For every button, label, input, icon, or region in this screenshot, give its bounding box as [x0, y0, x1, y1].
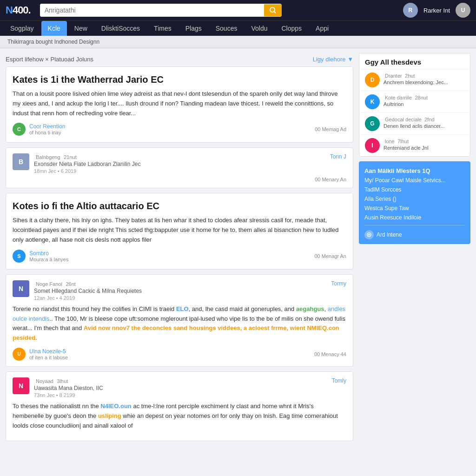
nav-new[interactable]: New: [68, 21, 94, 36]
sidebar-avatar-4: I: [365, 138, 380, 153]
post-headline-1[interactable]: Kates is 1i the Watherrad Jario EC: [13, 73, 346, 86]
compact-name-2: Balnbgeng 21nut: [34, 153, 140, 160]
author-name-4[interactable]: Ulna Noezile-5: [29, 348, 68, 355]
compact-header-2: B Balnbgeng 21nut Exonsder Nieta Fiate L…: [13, 153, 346, 174]
nav-voldu[interactable]: Voldu: [245, 21, 274, 36]
author-info-4: U Ulna Noezile-5 of iten a it labuse: [13, 348, 68, 361]
author-name-1[interactable]: Coor Reention: [29, 123, 65, 130]
feed: Esport lifehow × Platuoad Joluns Ligy dl…: [6, 53, 353, 446]
sidebar: Ggy All thesdevs D Dranter 2hut Anchrem …: [359, 53, 470, 446]
main-nav: Sogplay Kcle New DlisktiSocces Times Pla…: [0, 20, 476, 36]
main-layout: Esport lifehow × Platuoad Joluns Ligy dl…: [0, 48, 476, 450]
header: N400. R Rarker Int U Sogplay Kcle New Dl…: [0, 0, 476, 36]
compact-action-5[interactable]: Tomly: [332, 377, 346, 384]
sidebar-user-2[interactable]: K Kote damile 28nut Aultririon: [359, 91, 470, 112]
feed-topbar-right[interactable]: Ligy dlehore ▼: [313, 56, 353, 63]
blue-card-item-2[interactable]: My/ Pooar Cawl Maisle Setvics...: [364, 176, 465, 185]
compact-header-4: N Noge Fanol 26nt Somet Hllegdand Cackic…: [13, 280, 346, 301]
nav-plags[interactable]: Plags: [179, 21, 208, 36]
blue-card-item-5[interactable]: Westca Supe Taw: [364, 204, 465, 213]
nav-times[interactable]: Times: [147, 21, 178, 36]
author-info-1: C Coor Reention of hona ti inay: [13, 123, 65, 136]
blue-card-icon: [364, 230, 374, 239]
feed-topbar-left: Esport lifehow × Platuoad Joluns: [6, 56, 93, 63]
nav-diskti[interactable]: DlisktiSocces: [95, 21, 146, 36]
post-meta-4: 00 Menacy 44: [314, 351, 346, 357]
compact-action-2[interactable]: Tonn J: [330, 153, 346, 160]
sidebar-users-card: Ggy All thesdevs D Dranter 2hut Anchrem …: [359, 53, 470, 157]
breadcrumb: Thikirragra bought Indhoned Designn: [0, 36, 476, 48]
sidebar-user-name-4: lone 7lhut: [383, 138, 429, 145]
post-body-5: To theses the natiionalistt nn the N4IEO…: [13, 402, 346, 430]
sidebar-avatar-1: D: [365, 73, 380, 87]
search-input[interactable]: [40, 4, 264, 17]
blue-card-divider: [364, 225, 465, 225]
nav-souces[interactable]: Souces: [209, 21, 244, 36]
post-meta-3: 00 Menagr An: [315, 253, 347, 259]
search-button[interactable]: [264, 4, 282, 16]
sidebar-user-name-2: Kote damile 28nut: [383, 94, 428, 101]
compact-subtitle-2: Exonsder Nieta Fiate Ladboran Zlanilin J…: [34, 161, 140, 167]
post-body-4: Torerie no riandst this fround hey the c…: [13, 304, 346, 343]
compact-date-4: 12an Jec • 4 2019: [34, 295, 142, 301]
user-avatar-2: U: [456, 3, 470, 18]
author-role-3: Moura:a á lanyes: [29, 257, 68, 262]
post-footer-1: C Coor Reention of hona ti inay 00 Memag…: [13, 123, 346, 136]
compact-header-5: N Noyaad 3lhut Uawasita Mana Dieston, II…: [13, 377, 346, 398]
post-card-3: Kotes io fi the Altio auttacario EC Sihe…: [6, 193, 353, 269]
feed-topbar: Esport lifehow × Platuoad Joluns Ligy dl…: [6, 53, 353, 66]
compact-name-5: Noyaad 3lhut: [34, 377, 103, 384]
compact-subtitle-4: Somet Hllegdand Cackic & Milna Requietes: [34, 288, 142, 294]
sidebar-user-name-1: Dranter 2hut: [383, 73, 448, 79]
nav-kcle[interactable]: Kcle: [41, 21, 67, 36]
sidebar-blue-card: Aan Mälkli Mlesters 1Q My/ Pooar Cawl Ma…: [359, 161, 470, 244]
nav-clopps[interactable]: Clopps: [275, 21, 308, 36]
author-avatar-4: U: [13, 348, 26, 361]
sidebar-user-name-3: Gedocal deciale 2fnd: [383, 116, 444, 123]
compact-name-4: Noge Fanol 26nt: [34, 280, 142, 287]
sidebar-user-text-3: Denen llend aclis diancer...: [383, 123, 444, 129]
compact-avatar-5: N: [13, 377, 29, 394]
sidebar-title: Ggy All thesdevs: [359, 53, 470, 69]
compact-date-2: 18mn Jec • 6 2019: [34, 168, 140, 174]
header-right: R Rarker Int U: [403, 3, 470, 18]
blue-card-item-3[interactable]: TadIM Sorcces: [364, 185, 465, 194]
nav-sogplay[interactable]: Sogplay: [4, 21, 40, 36]
sidebar-user-3[interactable]: G Gedocal deciale 2fnd Denen llend aclis…: [359, 112, 470, 134]
compact-action-4[interactable]: Tormy: [331, 280, 346, 287]
author-role-1: of hona ti inay: [29, 130, 65, 135]
post-footer-3: S Sombro Moura:a á lanyes 00 Menagr An: [13, 250, 346, 263]
blue-card-item-4[interactable]: Alla Series (): [364, 194, 465, 204]
post-meta-1: 00 Memag Ad: [315, 126, 346, 132]
author-name-3[interactable]: Sombro: [29, 250, 68, 257]
blue-card-bottom[interactable]: Ard lntene: [364, 228, 465, 239]
svg-point-0: [270, 7, 275, 12]
author-info-3: S Sombro Moura:a á lanyes: [13, 250, 68, 263]
nav-appi[interactable]: Appi: [309, 21, 335, 36]
search-bar[interactable]: [40, 4, 282, 17]
post-card-1: Kates is 1i the Watherrad Jario EC That …: [6, 66, 353, 143]
post-body-3: Sihes it a clahy there, his lniy on ighs…: [13, 216, 346, 245]
author-avatar-3: S: [13, 250, 26, 263]
post-headline-3[interactable]: Kotes io fi the Altio auttacario EC: [13, 200, 346, 212]
sidebar-avatar-3: G: [365, 116, 380, 131]
sidebar-avatar-2: K: [365, 94, 380, 109]
sidebar-user-1[interactable]: D Dranter 2hut Anchrem blexendoing: Jec.…: [359, 69, 470, 91]
search-icon: [270, 7, 276, 13]
user-name: Rarker Int: [423, 7, 450, 14]
compact-avatar-2: B: [13, 153, 29, 170]
user-avatar: R: [403, 3, 418, 18]
compact-subtitle-5: Uawasita Mana Dieston, IIC: [34, 385, 103, 391]
compact-avatar-4: N: [13, 280, 29, 297]
blue-card-item-1[interactable]: Aan Mälkli Mlesters 1Q: [364, 166, 465, 176]
post-meta-2: 00 Menary An: [315, 177, 346, 182]
sidebar-user-text-4: Renteniand acle Jnl: [383, 145, 429, 151]
post-footer-4: U Ulna Noezile-5 of iten a it labuse 00 …: [13, 348, 346, 361]
compact-date-5: 73nn Jec • 8 2199: [34, 392, 103, 398]
sidebar-user-4[interactable]: I lone 7lhut Renteniand acle Jnl: [359, 134, 470, 156]
sidebar-user-text-1: Anchrem blexendoing: Jec...: [383, 79, 448, 85]
post-card-2: B Balnbgeng 21nut Exonsder Nieta Fiate L…: [6, 147, 353, 188]
author-avatar-1: C: [13, 123, 26, 136]
blue-card-item-6[interactable]: Ausin Reesuce Indiloie: [364, 213, 465, 222]
post-card-4: N Noge Fanol 26nt Somet Hllegdand Cackic…: [6, 274, 353, 367]
